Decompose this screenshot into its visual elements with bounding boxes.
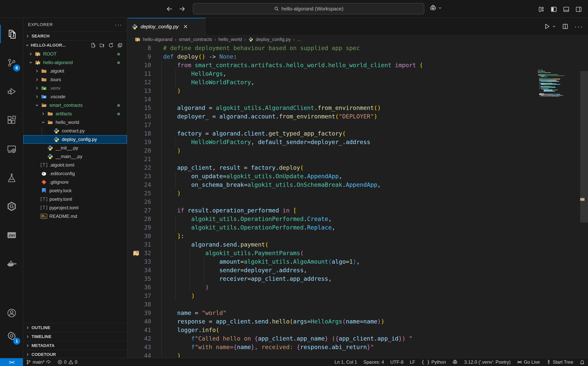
tree-item-root[interactable]: ROOT	[23, 50, 127, 58]
status-python-interpreter[interactable]: 3.12.0 ('.venv': Poetry)	[461, 359, 514, 365]
activity-account-icon[interactable]	[0, 302, 23, 324]
more-actions-icon[interactable]: ···	[574, 23, 583, 30]
new-folder-icon[interactable]	[99, 43, 105, 48]
code-line-35[interactable]: receiver=app_client.app_address,	[163, 274, 423, 283]
status-language-mode[interactable]: { }Python	[418, 359, 449, 365]
status-indentation[interactable]: Spaces: 4	[360, 359, 387, 365]
copilot-menu[interactable]	[429, 4, 442, 12]
code-line-26[interactable]	[163, 198, 423, 206]
toggle-primary-sidebar-button[interactable]	[549, 5, 558, 14]
tree-item-poetry-lock[interactable]: poetry.lock	[23, 186, 127, 195]
run-python-file-button[interactable]	[544, 23, 556, 30]
collapse-all-icon[interactable]	[117, 43, 123, 48]
code-line-19[interactable]: HelloWorldFactory, default_sender=deploy…	[163, 138, 423, 146]
section-metadata[interactable]: METADATA	[23, 341, 127, 350]
section-outline[interactable]: OUTLINE	[23, 323, 127, 332]
tree-item--algokit[interactable]: .algokit	[23, 67, 127, 75]
split-editor-button[interactable]	[562, 23, 569, 30]
activity-testing-icon[interactable]	[0, 167, 23, 188]
remote-indicator[interactable]: ><	[0, 358, 23, 366]
code-line-22[interactable]: app_client, result = factory.deploy(	[163, 163, 423, 172]
code-line-11[interactable]: HelloArgs,	[163, 69, 423, 78]
tree-item--init-py[interactable]: __init__.py	[23, 144, 127, 152]
activity-settings-icon[interactable]: 1	[0, 325, 23, 347]
activity-explorer-icon[interactable]	[0, 23, 23, 45]
tree-item-hello-algorand[interactable]: hello-algorand	[23, 58, 127, 67]
code-line-14[interactable]	[163, 95, 423, 104]
tree-item--algokit-toml[interactable]: [T].algokit.toml	[23, 161, 127, 169]
back-icon[interactable]	[165, 4, 174, 14]
code-line-42[interactable]: f"Called hello on {app_client.app_name} …	[163, 334, 423, 343]
code-line-36[interactable]: )	[163, 283, 423, 292]
tree-item-artifacts[interactable]: artifacts	[23, 109, 127, 118]
tree-item-deploy-config-py[interactable]: deploy_config.py	[23, 135, 127, 144]
close-icon[interactable]: ✕	[183, 23, 188, 30]
tree-item-smart-contracts[interactable]: smart_contracts	[23, 101, 127, 109]
tree-item-poetry-toml[interactable]: [T]poetry.toml	[23, 195, 127, 204]
explorer-more-actions-icon[interactable]: ···	[115, 21, 122, 28]
section-codetour[interactable]: CODETOUR	[23, 350, 127, 359]
toggle-panel-button[interactable]	[562, 5, 571, 14]
code-line-40[interactable]: response = app_client.send.hello(args=He…	[163, 317, 423, 326]
status-go-live[interactable]: Go Live	[514, 359, 543, 365]
code-line-21[interactable]	[163, 155, 423, 163]
code-line-18[interactable]: factory = algorand.client.get_typed_app_…	[163, 129, 423, 138]
code-line-23[interactable]: on_update=algokit_utils.OnUpdate.AppendA…	[163, 172, 423, 181]
tree-item--gitignore[interactable]: .gitignore	[23, 178, 127, 186]
command-center-search[interactable]: hello-algorand (Workspace)	[193, 3, 424, 14]
tree-item-pyproject-toml[interactable]: [T]pyproject.toml	[23, 204, 127, 212]
activity-extensions-icon[interactable]	[0, 109, 23, 131]
tree-item--vscode[interactable]: .vscode	[23, 92, 127, 101]
status-copilot[interactable]	[449, 359, 461, 365]
code-line-10[interactable]: from smart_contracts.artifacts.hello_wor…	[163, 61, 423, 69]
code-line-15[interactable]: algorand = algokit_utils.AlgorandClient.…	[163, 104, 423, 112]
code-line-17[interactable]	[163, 121, 423, 129]
code-line-32[interactable]: algokit_utils.PaymentParams(	[163, 249, 423, 258]
section-timeline[interactable]: TIMELINE	[23, 332, 127, 341]
code-line-12[interactable]: HelloWorldFactory,	[163, 78, 423, 87]
problems-item[interactable]: 0 0	[54, 358, 80, 366]
breadcrumb-item[interactable]: deploy_config.py	[256, 37, 291, 42]
code-line-44[interactable]: )	[163, 351, 423, 358]
code-line-41[interactable]: logger.info(	[163, 326, 423, 334]
activity-docker-icon[interactable]	[0, 253, 23, 274]
activity-remote-explorer-icon[interactable]	[0, 138, 23, 160]
breadcrumb-item[interactable]: ...	[297, 37, 301, 42]
code-line-25[interactable]: )	[163, 189, 423, 198]
status-start-tree[interactable]: Start Tree	[543, 359, 576, 365]
customize-layout-button[interactable]	[537, 5, 546, 14]
code-line-27[interactable]: if result.operation_performed in [	[163, 206, 423, 215]
activity-algokit-icon[interactable]: G	[0, 196, 23, 217]
code-line-39[interactable]: name = "world"	[163, 309, 423, 317]
tree-item--tours[interactable]: .tours	[23, 75, 127, 84]
code-line-33[interactable]: amount=algokit_utils.AlgoAmount(algo=1),	[163, 258, 423, 266]
refresh-icon[interactable]	[108, 43, 114, 48]
code-line-24[interactable]: on_schema_break=algokit_utils.OnSchemaBr…	[163, 181, 423, 189]
section-project[interactable]: HELLO-ALGOR...	[23, 40, 127, 50]
code-line-37[interactable]: )	[163, 292, 423, 300]
tab-deploy-config[interactable]: deploy_config.py ✕	[128, 18, 206, 35]
status-encoding[interactable]: UTF-8	[387, 359, 407, 365]
code-line-8[interactable]: # define deployment behaviour based on s…	[163, 44, 423, 53]
code-line-31[interactable]: algorand.send.payment(	[163, 240, 423, 249]
new-file-icon[interactable]	[90, 43, 96, 48]
codetour-map-marker-icon[interactable]	[132, 250, 140, 257]
code-line-38[interactable]	[163, 300, 423, 309]
tree-item-contract-py[interactable]: contract.py	[23, 127, 127, 135]
code-line-16[interactable]: deployer_ = algorand.account.from_enviro…	[163, 112, 423, 121]
code-line-30[interactable]: ]:	[163, 232, 423, 240]
status-eol[interactable]: LF	[407, 359, 418, 365]
activity-dotenv-icon[interactable]: .ENV	[0, 224, 23, 246]
activity-source-control-icon[interactable]: 6	[0, 52, 23, 73]
breadcrumb-item[interactable]: hello_world	[218, 37, 242, 42]
breadcrumb-item[interactable]: smart_contracts	[179, 37, 212, 42]
activity-run-debug-icon[interactable]	[0, 81, 23, 102]
tree-item--venv[interactable]: .venv	[23, 84, 127, 92]
code-line-20[interactable]: )	[163, 146, 423, 155]
section-search[interactable]: SEARCH	[23, 31, 127, 40]
tree-item--main-py[interactable]: __main__.py	[23, 152, 127, 161]
toggle-secondary-sidebar-button[interactable]	[574, 5, 583, 14]
tree-item-readme-md[interactable]: M↓README.md	[23, 212, 127, 221]
git-branch-item[interactable]: main*	[23, 358, 54, 366]
code-line-34[interactable]: sender=deployer_.address,	[163, 266, 423, 274]
